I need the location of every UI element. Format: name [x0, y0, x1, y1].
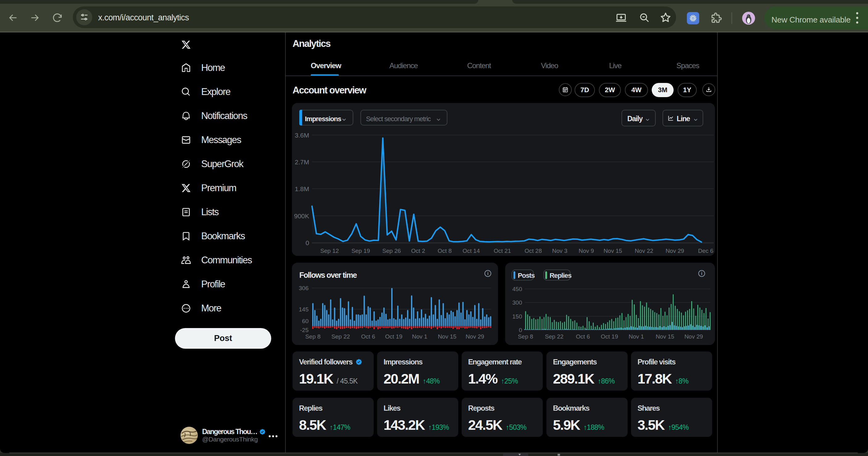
svg-text:2.7M: 2.7M: [295, 159, 309, 166]
svg-text:Nov 15: Nov 15: [603, 248, 622, 254]
svg-text:3.6M: 3.6M: [295, 132, 309, 139]
svg-text:Nov 22: Nov 22: [635, 248, 653, 254]
svg-text:Oct 28: Oct 28: [525, 248, 542, 254]
svg-text:0: 0: [306, 239, 309, 246]
svg-text:Sep 12: Sep 12: [320, 248, 339, 254]
svg-text:Sep 26: Sep 26: [382, 248, 401, 254]
svg-text:Dec 6: Dec 6: [698, 248, 713, 254]
svg-text:Nov 3: Nov 3: [552, 248, 567, 254]
svg-text:Oct 8: Oct 8: [438, 248, 452, 254]
svg-text:900K: 900K: [294, 213, 309, 220]
svg-text:Nov 29: Nov 29: [665, 248, 684, 254]
svg-text:Nov 9: Nov 9: [579, 248, 594, 254]
svg-text:Oct 21: Oct 21: [494, 248, 511, 254]
svg-text:Sep 19: Sep 19: [351, 248, 370, 254]
svg-text:1.8M: 1.8M: [295, 185, 309, 192]
svg-text:Oct 14: Oct 14: [463, 248, 480, 254]
svg-text:Oct 2: Oct 2: [411, 248, 425, 254]
